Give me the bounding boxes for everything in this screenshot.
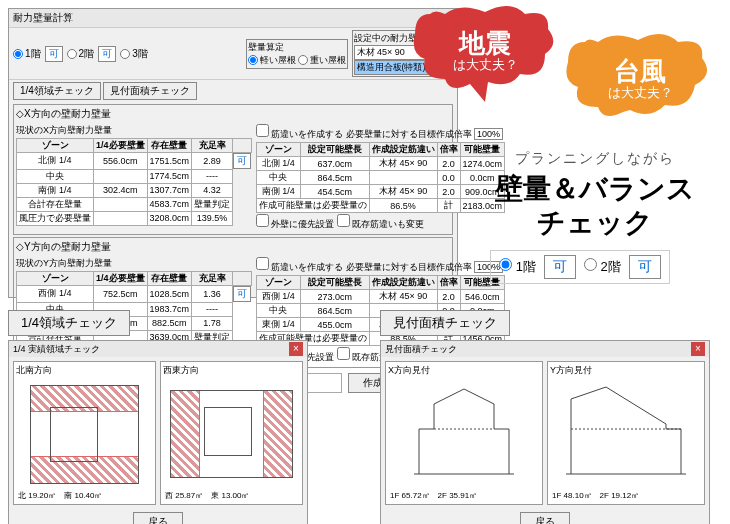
mitsuke-back-button[interactable]: 戻る [520, 512, 570, 524]
promo-floor-1-ok: 可 [544, 255, 576, 279]
floor-1-ok: 可 [45, 46, 63, 62]
x-current-table: ゾーン1/4必要壁量存在壁量充足率 北側 1/4556.0cm1751.5cm2… [16, 138, 252, 226]
mitsuke-check-window: 見付面積チェック× X方向見付 1F 65.72㎡2F 35.91㎡ Y方向見付 [380, 340, 710, 524]
roof-weight-group: 壁量算定 軽い屋根 重い屋根 [246, 39, 348, 69]
mitsuke-check-button[interactable]: 見付面積チェック [103, 82, 197, 100]
house-side-icon [550, 379, 702, 489]
promo-floor-selector: 1階 可 2階 可 [490, 250, 670, 284]
ew-diagram: 西東方向 西 25.87㎡東 13.00㎡ [160, 361, 303, 505]
promo-floor-2[interactable]: 2階 [584, 258, 621, 276]
y-elevation-diagram: Y方向見付 1F 48.10㎡2F 19.12㎡ [547, 361, 705, 505]
y-brace-checkbox[interactable]: 筋違いを作成する [256, 262, 344, 272]
mitsuke-check-title[interactable]: 見付面積チェック [380, 310, 510, 336]
promo-floor-2-ok: 可 [629, 255, 661, 279]
floor-toolbar: 1階 可 2階 可 3階 壁量算定 軽い屋根 重い屋根 設定中の耐力壁材 木材 … [9, 28, 457, 80]
main-calc-window: 耐力壁量計算 1階 可 2階 可 3階 壁量算定 軽い屋根 重い屋根 設定中の耐… [8, 8, 458, 298]
house-elevation-icon [388, 379, 540, 489]
light-roof-radio[interactable]: 軽い屋根 [248, 54, 296, 67]
quarter-back-button[interactable]: 戻る [133, 512, 183, 524]
quarter-check-title[interactable]: 1/4領域チェック [8, 310, 130, 336]
window-title: 耐力壁量計算 [9, 9, 457, 28]
close-icon[interactable]: × [289, 342, 303, 356]
x-exterior-cb[interactable]: 外壁に優先設置 [256, 219, 335, 229]
x-possible-table: ゾーン設定可能壁長作成設定筋違い倍率可能壁量 北側 1/4637.0cm木材 4… [256, 142, 506, 213]
quarter-check-button[interactable]: 1/4領域チェック [13, 82, 101, 100]
promo-floor-1[interactable]: 1階 [499, 258, 536, 276]
floor-1-radio[interactable]: 1階 [13, 47, 41, 61]
floor-3-radio[interactable]: 3階 [120, 47, 148, 61]
x-existing-cb[interactable]: 既存筋違いも変更 [337, 219, 425, 229]
ns-diagram: 北南方向 北 19.20㎡南 10.40㎡ [13, 361, 156, 505]
quarter-check-window: 1/4 実績領域チェック× 北南方向 北 19.20㎡南 10.40㎡ 西東方向 [8, 340, 308, 524]
x-direction-section: ◇X方向の壁耐力壁量 現状のX方向壁耐力壁量 ゾーン1/4必要壁量存在壁量充足率… [13, 104, 453, 235]
x-brace-checkbox[interactable]: 筋違いを作成する [256, 129, 344, 139]
mitsuke-check-area: 見付面積チェック 見付面積チェック× X方向見付 1F 65.72㎡2F 35.… [380, 310, 710, 524]
heavy-roof-radio[interactable]: 重い屋根 [298, 54, 346, 67]
floor-2-ok: 可 [98, 46, 116, 62]
close-icon[interactable]: × [691, 342, 705, 356]
quarter-check-area: 1/4領域チェック 1/4 実績領域チェック× 北南方向 北 19.20㎡南 1… [8, 310, 308, 524]
typhoon-bubble: 台風は大丈夫？ [560, 30, 720, 130]
x-target-ratio[interactable]: 100% [474, 128, 503, 140]
earthquake-bubble: 地震は大丈夫？ [410, 4, 560, 104]
promo-text: プランニングしながら 壁量＆バランスチェック [470, 150, 720, 239]
floor-2-radio[interactable]: 2階 [67, 47, 95, 61]
x-elevation-diagram: X方向見付 1F 65.72㎡2F 35.91㎡ [385, 361, 543, 505]
